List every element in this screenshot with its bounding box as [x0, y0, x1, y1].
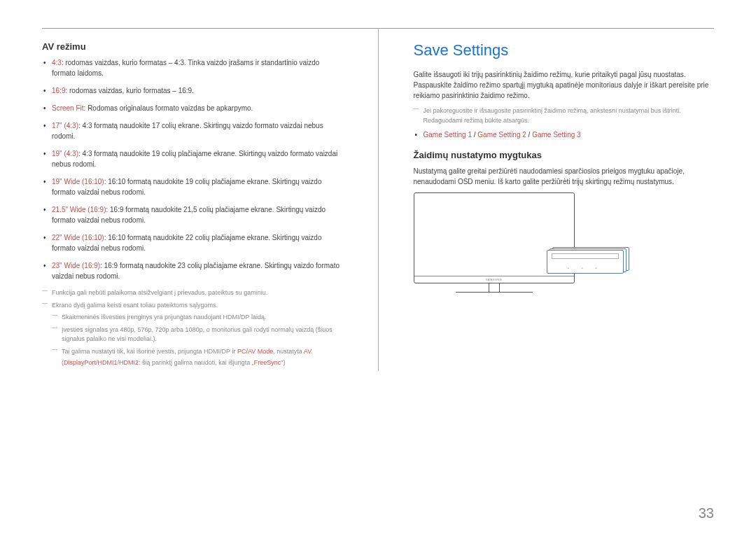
notes-list: Funkcija gali nebūti palaikoma atsižvelg…: [42, 288, 343, 368]
osd-popup-icon: • • •: [547, 247, 631, 274]
list-item: Screen Fit: Rodomas originalaus formato …: [52, 103, 343, 113]
list-item: 21.5" Wide (16:9): 16:9 formatą naudokit…: [52, 204, 343, 225]
game-button-desc: Nustatymą galite greitai peržiūrėti naud…: [414, 166, 715, 187]
save-settings-note: Jei pakoreguosite ir išsaugosite pasirin…: [414, 106, 715, 125]
save-settings-desc: Galite išsaugoti iki trijų pasirinktinių…: [414, 69, 715, 101]
av-mode-heading: AV režimu: [42, 41, 343, 52]
list-item: Game Setting 1 / Game Setting 2 / Game S…: [424, 129, 715, 140]
list-item: 19" Wide (16:10): 16:10 formatą naudokit…: [52, 176, 343, 197]
save-settings-title: Save Settings: [414, 41, 715, 59]
list-item: 22" Wide (16:10): 16:10 formatą naudokit…: [52, 232, 343, 253]
right-column: Save Settings Galite išsaugoti iki trijų…: [414, 41, 715, 371]
left-column: AV režimu 4:3: rodomas vaizdas, kurio fo…: [42, 41, 343, 371]
list-item: 4:3: rodomas vaizdas, kurio formatas – 4…: [52, 57, 343, 78]
list-item: 23" Wide (16:9): 16:9 formatą naudokite …: [52, 260, 343, 281]
subnotes-list: Skaitmeninės išvesties įrenginys yra pri…: [52, 313, 343, 368]
game-settings-list: Game Setting 1 / Game Setting 2 / Game S…: [414, 129, 715, 140]
subnote-ports: (DisplayPort/HDMI1/HDMI2: šią parinktį g…: [62, 358, 343, 368]
monitor-illustration: SAMSUNG • • •: [414, 192, 631, 304]
subnote-item: Skaitmeninės išvesties įrenginys yra pri…: [62, 313, 343, 323]
note-item: Funkcija gali nebūti palaikoma atsižvelg…: [52, 288, 343, 298]
list-item: 19" (4:3): 4:3 formatą naudokite 19 coli…: [52, 148, 343, 169]
list-item: 16:9: rodomas vaizdas, kurio formatas – …: [52, 85, 343, 96]
note-item: Ekrano dydį galima keisti esant toliau p…: [52, 301, 343, 368]
note-item: Jei pakoreguosite ir išsaugosite pasirin…: [424, 106, 715, 125]
list-item: 17" (4:3): 4:3 formatą naudokite 17 coli…: [52, 120, 343, 141]
game-button-heading: Žaidimų nustatymo mygtukas: [414, 150, 715, 160]
page-number: 33: [699, 505, 714, 521]
av-mode-list: 4:3: rodomas vaizdas, kurio formatas – 4…: [42, 57, 343, 281]
column-divider: [378, 29, 379, 371]
subnote-item: Įvesties signalas yra 480p, 576p, 720p a…: [62, 325, 343, 344]
subnote-item: Tai galima nustatyti tik, kai išorinė įv…: [62, 347, 343, 368]
